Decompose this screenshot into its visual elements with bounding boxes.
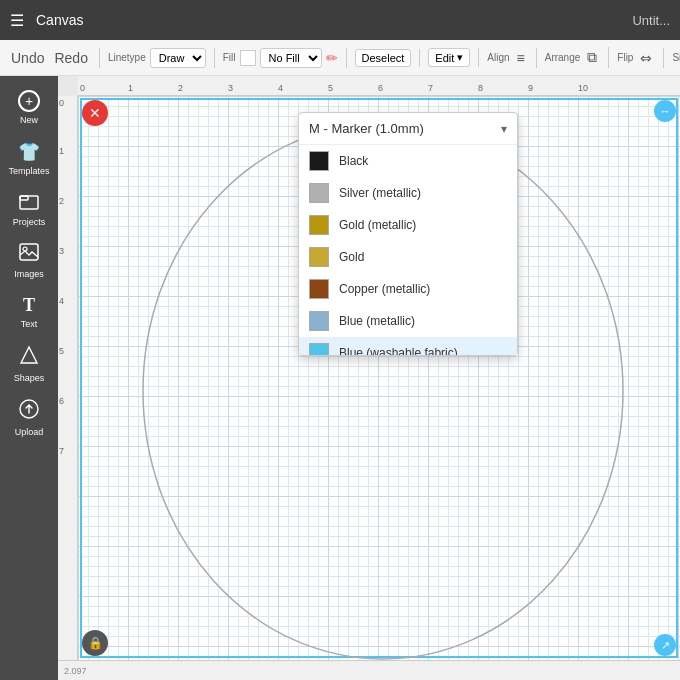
color-item-gold-metallic[interactable]: Gold (metallic) (299, 209, 517, 241)
sidebar-item-shapes[interactable]: Shapes (4, 339, 54, 389)
redo-button[interactable]: Redo (51, 48, 90, 68)
linetype-label: Linetype (108, 52, 146, 63)
color-name-gold: Gold (339, 250, 364, 264)
undo-button[interactable]: Undo (8, 48, 47, 68)
sidebar-item-new[interactable]: + New (4, 84, 54, 131)
templates-icon: 👕 (18, 141, 40, 163)
fill-color-preview (240, 50, 256, 66)
topbar-title: Canvas (36, 12, 83, 28)
align-group: Align ≡ (487, 48, 536, 68)
arrange-label: Arrange (545, 52, 581, 63)
sidebar-new-label: New (20, 115, 38, 125)
menu-icon[interactable]: ☰ (10, 11, 24, 30)
topbar-left: ☰ Canvas (10, 11, 83, 30)
color-name-blue-washable: Blue (washable fabric) (339, 346, 458, 355)
dropdown-header: M - Marker (1.0mm) ▾ (299, 113, 517, 145)
flip-group: Flip ⇔ (617, 48, 664, 68)
color-name-black: Black (339, 154, 368, 168)
fill-color-icon[interactable]: ✏ (326, 50, 338, 66)
projects-icon (19, 192, 39, 214)
ruler-top: 0 1 2 3 4 5 6 7 8 9 10 (78, 76, 680, 96)
color-list: BlackSilver (metallic)Gold (metallic)Gol… (299, 145, 517, 355)
sidebar-item-text[interactable]: T Text (4, 289, 54, 335)
color-item-blue-washable[interactable]: Blue (washable fabric) (299, 337, 517, 355)
color-item-black[interactable]: Black (299, 145, 517, 177)
arrange-button[interactable]: ⧉ (584, 47, 600, 68)
size-label: Size (672, 52, 680, 63)
new-icon: + (18, 90, 40, 112)
edit-button[interactable]: Edit ▾ (428, 48, 470, 67)
main-area: + New 👕 Templates Projects Images T Text (0, 76, 680, 680)
svg-rect-1 (20, 196, 28, 200)
color-name-gold-metallic: Gold (metallic) (339, 218, 416, 232)
sidebar-text-label: Text (21, 319, 38, 329)
fill-label: Fill (223, 52, 236, 63)
sidebar-upload-label: Upload (15, 427, 44, 437)
color-item-silver[interactable]: Silver (metallic) (299, 177, 517, 209)
color-swatch-gold-metallic (309, 215, 329, 235)
svg-rect-0 (20, 196, 38, 209)
sidebar-item-templates[interactable]: 👕 Templates (4, 135, 54, 182)
svg-rect-2 (20, 244, 38, 260)
undo-redo-group: Undo Redo (8, 48, 100, 68)
top-bar: ☰ Canvas Untit... (0, 0, 680, 40)
color-swatch-copper (309, 279, 329, 299)
color-item-copper[interactable]: Copper (metallic) (299, 273, 517, 305)
resize-handle[interactable]: ↗ (654, 634, 676, 656)
color-name-copper: Copper (metallic) (339, 282, 430, 296)
edit-group: Edit ▾ (428, 48, 479, 67)
color-name-blue-metallic: Blue (metallic) (339, 314, 415, 328)
sidebar-item-projects[interactable]: Projects (4, 186, 54, 233)
color-swatch-blue-washable (309, 343, 329, 355)
color-name-silver: Silver (metallic) (339, 186, 421, 200)
upload-icon (19, 399, 39, 424)
arrange-group: Arrange ⧉ (545, 47, 610, 68)
sidebar-images-label: Images (14, 269, 44, 279)
color-swatch-blue-metallic (309, 311, 329, 331)
lock-button[interactable]: 🔒 (82, 630, 108, 656)
text-icon: T (23, 295, 35, 316)
dropdown-title: M - Marker (1.0mm) (309, 121, 424, 136)
sidebar-item-images[interactable]: Images (4, 237, 54, 285)
linetype-group: Linetype Draw (108, 48, 215, 68)
close-button[interactable]: ✕ (82, 100, 108, 126)
sidebar: + New 👕 Templates Projects Images T Text (0, 76, 58, 680)
color-dropdown-panel: M - Marker (1.0mm) ▾ BlackSilver (metall… (298, 112, 518, 356)
color-swatch-silver (309, 183, 329, 203)
canvas-size-display: 2.097 (58, 666, 93, 676)
size-group: Size W (672, 50, 680, 66)
fill-group: Fill No Fill ✏ (223, 48, 347, 68)
ruler-left: 0 1 2 3 4 5 6 7 (58, 96, 78, 660)
flip-button[interactable]: ⇔ (637, 48, 655, 68)
fill-select[interactable]: No Fill (260, 48, 322, 68)
toolbar: Undo Redo Linetype Draw Fill No Fill ✏ D… (0, 40, 680, 76)
sidebar-item-upload[interactable]: Upload (4, 393, 54, 443)
color-item-gold[interactable]: Gold (299, 241, 517, 273)
sidebar-projects-label: Projects (13, 217, 46, 227)
align-button[interactable]: ≡ (514, 48, 528, 68)
flip-label: Flip (617, 52, 633, 63)
sidebar-templates-label: Templates (8, 166, 49, 176)
color-swatch-black (309, 151, 329, 171)
linetype-select[interactable]: Draw (150, 48, 206, 68)
align-label: Align (487, 52, 509, 63)
images-icon (19, 243, 39, 266)
topbar-document-name: Untit... (632, 13, 670, 28)
color-swatch-gold (309, 247, 329, 267)
scroll-handle-top-right[interactable]: ↔ (654, 100, 676, 122)
deselect-group: Deselect (355, 49, 421, 67)
sidebar-shapes-label: Shapes (14, 373, 45, 383)
svg-marker-4 (21, 347, 37, 363)
canvas-area: 0 1 2 3 4 5 6 7 8 9 10 0 1 2 3 4 5 (58, 76, 680, 680)
edit-chevron-icon: ▾ (457, 51, 463, 64)
dropdown-arrow-icon[interactable]: ▾ (501, 122, 507, 136)
bottom-bar: 2.097 (58, 660, 680, 680)
color-item-blue-metallic[interactable]: Blue (metallic) (299, 305, 517, 337)
deselect-button[interactable]: Deselect (355, 49, 412, 67)
shapes-icon (19, 345, 39, 370)
